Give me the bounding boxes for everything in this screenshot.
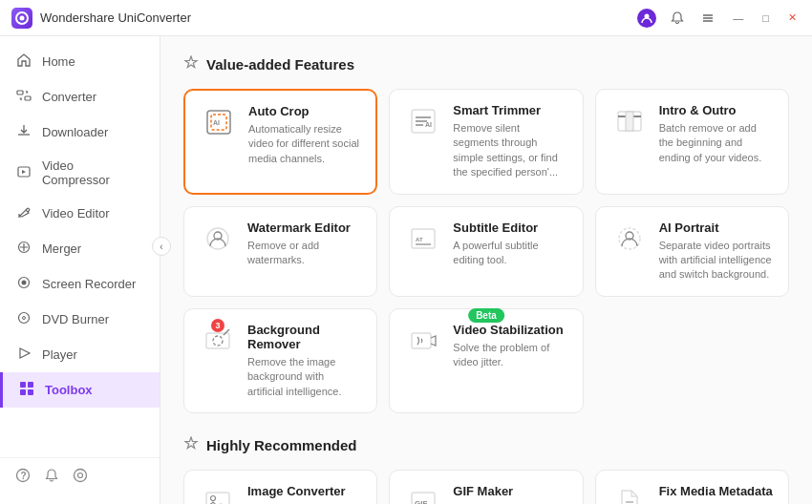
sidebar-item-video-compressor[interactable]: Video Compressor: [0, 150, 160, 196]
feedback-icon[interactable]: [73, 468, 88, 487]
watermark-editor-card[interactable]: Watermark Editor Remove or add watermark…: [183, 206, 377, 297]
intro-outro-title: Intro & Outro: [659, 103, 773, 117]
auto-crop-content: Auto Crop Automatically resize video for…: [248, 104, 360, 166]
fix-media-metadata-card[interactable]: Fix Media Metadata Auto-fix and edit met…: [595, 470, 789, 504]
fix-media-metadata-content: Fix Media Metadata Auto-fix and edit met…: [659, 484, 773, 504]
toolbox-icon: [18, 381, 35, 399]
svg-text:?: ?: [21, 471, 27, 481]
svg-point-12: [19, 313, 30, 324]
player-icon: [15, 346, 32, 364]
sidebar-item-screen-recorder-label: Screen Recorder: [42, 277, 136, 291]
watermark-editor-title: Watermark Editor: [247, 220, 361, 235]
background-remover-content: Background Remover Remove the image back…: [247, 323, 361, 399]
ai-portrait-icon: [611, 220, 648, 257]
intro-outro-content: Intro & Outro Batch remove or add the be…: [659, 103, 773, 165]
svg-text:GIF: GIF: [415, 499, 427, 504]
sidebar-item-video-editor-label: Video Editor: [42, 206, 110, 220]
svg-rect-44: [412, 333, 431, 348]
close-button[interactable]: ✕: [784, 10, 801, 26]
main-layout: Home Converter Downloader: [0, 36, 812, 504]
downloader-icon: [15, 123, 32, 141]
image-converter-icon: [200, 484, 236, 504]
svg-rect-7: [25, 96, 31, 100]
subtitle-editor-icon: AT: [405, 220, 441, 257]
svg-text:AI: AI: [425, 121, 432, 128]
subtitle-editor-card[interactable]: AT Subtitle Editor A powerful subtitle e…: [389, 206, 583, 297]
value-added-title: Value-added Features: [206, 56, 354, 73]
video-stabilization-title: Video Stabilization: [453, 323, 566, 337]
sidebar-item-converter[interactable]: Converter: [0, 79, 160, 115]
watermark-editor-content: Watermark Editor Remove or add watermark…: [247, 220, 361, 268]
ai-portrait-content: AI Portrait Separate video portraits wit…: [659, 220, 773, 283]
auto-crop-card[interactable]: AI Auto Crop Automatically resize video …: [183, 89, 377, 195]
subtitle-editor-content: Subtitle Editor A powerful subtitle edit…: [453, 220, 566, 268]
auto-crop-desc: Automatically resize video for different…: [248, 122, 360, 166]
video-editor-icon: [15, 204, 32, 222]
menu-icon[interactable]: [698, 9, 717, 28]
maximize-button[interactable]: □: [759, 10, 773, 26]
svg-rect-45: [206, 493, 229, 504]
merger-icon: [15, 240, 32, 258]
watermark-editor-icon: [200, 220, 236, 257]
sidebar-item-toolbox-label: Toolbox: [45, 383, 93, 397]
dvd-burner-icon: [15, 310, 32, 328]
background-remover-card[interactable]: 3 Background Remover Remove the image ba…: [183, 308, 377, 413]
svg-point-11: [22, 281, 27, 285]
recommended-grid: Image Converter Convert images to other …: [183, 470, 789, 504]
beta-badge: Beta: [468, 308, 504, 323]
svg-rect-6: [17, 91, 23, 94]
highly-recommended-title: Highly Recommended: [206, 437, 357, 453]
video-stabilization-card[interactable]: Beta Video Stabilization Solve the probl…: [389, 308, 583, 413]
screen-recorder-icon: [15, 275, 32, 293]
sidebar-item-dvd-burner[interactable]: DVD Burner: [0, 302, 160, 337]
ai-portrait-card[interactable]: AI Portrait Separate video portraits wit…: [595, 206, 789, 297]
sidebar-item-dvd-burner-label: DVD Burner: [42, 312, 109, 326]
background-remover-title: Background Remover: [247, 323, 361, 351]
smart-trimmer-card[interactable]: AI Smart Trimmer Remove silent segments …: [389, 89, 583, 195]
smart-trimmer-icon: AI: [405, 103, 441, 139]
svg-rect-16: [20, 389, 26, 395]
minimize-button[interactable]: —: [729, 10, 747, 26]
help-icon[interactable]: ?: [15, 468, 31, 487]
image-converter-content: Image Converter Convert images to other …: [247, 484, 361, 504]
svg-point-1: [20, 15, 25, 20]
gif-maker-card[interactable]: GIF GIF Maker Make GIF from videos or pi…: [389, 470, 583, 504]
highly-recommended-header: Highly Recommended: [183, 436, 789, 454]
gif-maker-title: GIF Maker: [453, 484, 566, 498]
sidebar-item-home[interactable]: Home: [0, 44, 160, 79]
user-icon[interactable]: [637, 9, 656, 28]
image-converter-card[interactable]: Image Converter Convert images to other …: [183, 470, 377, 504]
content-area: Value-added Features AI Auto Crop Automa…: [160, 36, 812, 504]
sidebar-item-merger[interactable]: Merger: [0, 231, 160, 266]
svg-point-21: [78, 473, 83, 478]
intro-outro-card[interactable]: Intro & Outro Batch remove or add the be…: [595, 89, 789, 195]
background-remover-desc: Remove the image background with artific…: [247, 355, 361, 399]
sidebar-footer: ?: [0, 457, 160, 496]
sidebar-item-player[interactable]: Player: [0, 337, 160, 372]
sidebar-item-video-editor[interactable]: Video Editor: [0, 196, 160, 231]
subtitle-editor-desc: A powerful subtitle editing tool.: [453, 239, 566, 268]
video-stabilization-icon: [405, 323, 441, 359]
sidebar-item-screen-recorder[interactable]: Screen Recorder: [0, 266, 160, 302]
sidebar-item-toolbox[interactable]: Toolbox: [0, 372, 160, 408]
svg-point-20: [75, 470, 87, 482]
gif-maker-content: GIF Maker Make GIF from videos or pictur…: [453, 484, 566, 504]
title-bar: Wondershare UniConverter — □ ✕: [0, 0, 812, 36]
app-title: Wondershare UniConverter: [40, 10, 637, 25]
sidebar-collapse-button[interactable]: ‹: [152, 237, 171, 256]
sidebar-item-downloader[interactable]: Downloader: [0, 115, 160, 150]
alert-bell-icon[interactable]: [44, 468, 59, 487]
auto-crop-icon: AI: [201, 104, 237, 140]
fix-media-metadata-title: Fix Media Metadata: [659, 484, 773, 498]
notification-bell-icon[interactable]: [668, 9, 687, 28]
svg-rect-33: [626, 112, 633, 131]
home-icon: [15, 52, 32, 71]
sidebar-item-home-label: Home: [42, 54, 75, 69]
svg-rect-14: [20, 382, 26, 388]
sidebar-item-converter-label: Converter: [42, 90, 96, 104]
svg-text:AI: AI: [213, 119, 220, 126]
value-added-icon: [183, 55, 199, 74]
value-added-header: Value-added Features: [183, 55, 789, 74]
video-compressor-icon: [15, 164, 32, 182]
svg-text:AT: AT: [416, 237, 423, 242]
